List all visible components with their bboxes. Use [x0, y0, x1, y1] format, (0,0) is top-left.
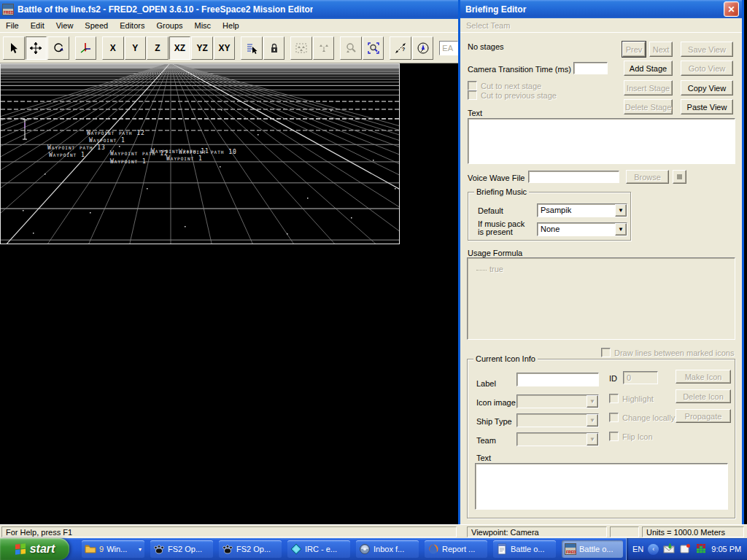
- stage-text-area[interactable]: [468, 118, 735, 164]
- main-titlebar[interactable]: FRED Battle of the line.fs2 - FRED2_OPEN…: [0, 0, 458, 19]
- draw-lines-checkbox[interactable]: [601, 348, 611, 357]
- team-combo[interactable]: ▼: [516, 432, 599, 446]
- menu-edit[interactable]: Edit: [25, 20, 50, 31]
- clock[interactable]: 9:05 PM: [711, 545, 741, 553]
- axis-yz-button[interactable]: YZ: [191, 36, 213, 60]
- add-stage-button[interactable]: Add Stage: [624, 61, 673, 76]
- cut-next-checkbox[interactable]: [468, 81, 477, 90]
- taskbar-battle-fred[interactable]: FRED Battle o...: [562, 540, 623, 558]
- waypoint-label[interactable]: Waypoint path 10: [179, 149, 237, 155]
- axis-xz-button[interactable]: XZ: [169, 36, 191, 60]
- taskbar-fs2-open-2[interactable]: FS2 Op...: [219, 540, 282, 558]
- paste-view-button[interactable]: Paste View: [681, 99, 733, 114]
- menu-select-team[interactable]: Select Team: [460, 20, 516, 31]
- camera-transition-input[interactable]: [573, 62, 608, 74]
- menu-groups[interactable]: Groups: [150, 20, 188, 31]
- make-icon-button[interactable]: Make Icon: [676, 370, 731, 384]
- waypoint-label[interactable]: Waypoint path 13: [47, 144, 106, 151]
- axis-xy-button[interactable]: XY: [214, 36, 236, 60]
- taskbar-group-windows[interactable]: 9 Win... ▾: [82, 540, 144, 558]
- mail-tray-icon[interactable]: [663, 543, 675, 555]
- waypoint-label[interactable]: Waypoint 1: [49, 152, 85, 158]
- delete-icon-button[interactable]: Delete Icon: [676, 389, 731, 403]
- ea-field[interactable]: EA: [439, 41, 458, 55]
- change-locally-checkbox[interactable]: [609, 413, 619, 422]
- chevron-down-icon[interactable]: ▼: [615, 204, 627, 217]
- menu-help[interactable]: Help: [217, 20, 245, 31]
- next-button[interactable]: Next: [649, 42, 673, 57]
- language-indicator[interactable]: EN: [632, 545, 643, 553]
- compass-icon: [417, 42, 429, 54]
- menu-editors[interactable]: Editors: [114, 20, 150, 31]
- save-view-button[interactable]: Save View: [681, 42, 733, 57]
- move-tool-button[interactable]: [26, 36, 47, 60]
- rotate-tool-button[interactable]: [47, 36, 69, 60]
- taskbar-fs2-open-1[interactable]: FS2 Op...: [150, 540, 213, 558]
- select-tool-button[interactable]: [3, 36, 25, 60]
- zoom-selected-button[interactable]: [340, 36, 362, 60]
- menu-view[interactable]: View: [50, 20, 80, 31]
- icon-image-combo[interactable]: ▼: [516, 394, 599, 408]
- select-list-button[interactable]: [241, 36, 263, 60]
- highlight-checkbox[interactable]: [609, 394, 619, 403]
- waypoint-marker[interactable]: [20, 117, 29, 141]
- highlight-label: Highlight: [622, 394, 654, 403]
- paw-icon: [222, 543, 233, 555]
- taskbar-irc[interactable]: IRC - e...: [287, 540, 350, 558]
- chevron-down-icon: ▼: [587, 414, 598, 427]
- insert-stage-button[interactable]: Insert Stage: [624, 80, 673, 96]
- menu-file[interactable]: File: [0, 20, 25, 31]
- flip-icon-checkbox[interactable]: [609, 432, 619, 441]
- goto-view-button[interactable]: Goto View: [681, 61, 733, 76]
- cut-prev-checkbox[interactable]: [468, 90, 477, 100]
- network-activity-icon[interactable]: [695, 543, 707, 555]
- lock-button[interactable]: [263, 36, 285, 60]
- measure-tool-button[interactable]: ?: [390, 36, 411, 60]
- update-tray-icon[interactable]: [679, 543, 691, 555]
- dialog-titlebar[interactable]: Briefing Editor ✕: [460, 0, 742, 18]
- taskbar-report[interactable]: Report ...: [425, 540, 487, 558]
- chevron-down-icon[interactable]: ▼: [615, 223, 627, 236]
- waypoint-label[interactable]: Waypoint 1: [110, 158, 147, 165]
- axis-y-button[interactable]: Y: [125, 36, 147, 60]
- collapse-chevron-icon[interactable]: ‹: [648, 544, 659, 555]
- copy-view-button[interactable]: Copy View: [681, 80, 733, 96]
- delete-stage-button[interactable]: Delete Stage: [624, 99, 673, 114]
- browse-button[interactable]: Browse: [626, 170, 669, 184]
- mark-box-ships-button[interactable]: [290, 36, 312, 60]
- ship-type-combo[interactable]: ▼: [516, 413, 599, 427]
- waypoint-label[interactable]: Waypoint path 12: [87, 130, 145, 136]
- voice-wave-input[interactable]: [528, 171, 619, 183]
- default-music-combo[interactable]: Psampik ▼: [537, 203, 627, 217]
- axis-z-button[interactable]: Z: [147, 36, 169, 60]
- propagate-button[interactable]: Propagate: [676, 409, 731, 423]
- chevron-down-icon: ▼: [587, 433, 598, 446]
- prev-button[interactable]: Prev: [622, 42, 646, 57]
- zoom-extents-button[interactable]: [363, 36, 384, 60]
- mark-path-ships-button[interactable]: [313, 36, 335, 60]
- menu-speed[interactable]: Speed: [79, 20, 114, 31]
- taskbar-inbox[interactable]: Inbox f...: [356, 540, 419, 558]
- firefox-icon: [427, 543, 439, 555]
- taskbar-battle-notes[interactable]: Battle o...: [493, 540, 556, 558]
- icon-text-area[interactable]: [475, 463, 728, 510]
- current-icon-info-label: Current Icon Info: [473, 354, 538, 363]
- close-icon[interactable]: ✕: [724, 1, 739, 17]
- axis-x-button[interactable]: X: [102, 36, 124, 60]
- start-button[interactable]: start: [0, 538, 69, 560]
- icon-id-field[interactable]: 0: [623, 371, 658, 384]
- icon-label-input[interactable]: [516, 373, 599, 386]
- music-pack-combo[interactable]: None ▼: [537, 222, 627, 236]
- waypoint-label[interactable]: Waypoint 1: [89, 137, 125, 144]
- desktop: FRED Battle of the line.fs2 - FRED2_OPEN…: [0, 0, 747, 560]
- ea-field-value: EA: [442, 44, 453, 52]
- icon-text-label: Text: [476, 454, 491, 462]
- menu-misc[interactable]: Misc: [189, 20, 217, 31]
- constraint-axis-button[interactable]: [75, 36, 97, 60]
- tree-node-true[interactable]: true: [476, 265, 503, 273]
- viewport-3d[interactable]: Waypoint path 12 Waypoint 1 Waypoint pat…: [0, 63, 400, 244]
- camera-orient-button[interactable]: [412, 36, 434, 60]
- play-voice-button[interactable]: [673, 170, 686, 184]
- waypoint-label[interactable]: Waypoint 1: [166, 155, 203, 162]
- usage-formula-tree[interactable]: true: [467, 257, 735, 340]
